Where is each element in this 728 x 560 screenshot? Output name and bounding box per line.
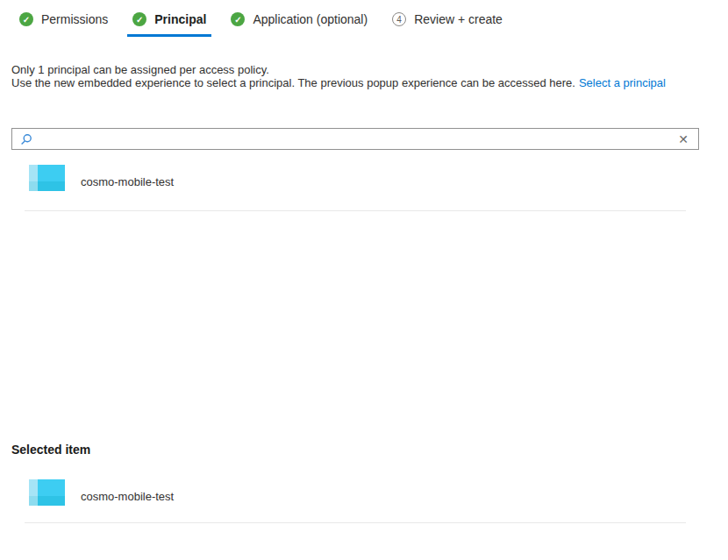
- info-line-1: Only 1 principal can be assigned per acc…: [11, 63, 710, 76]
- tab-review-create[interactable]: 4 Review + create: [387, 10, 508, 37]
- principal-search-box: ✕: [11, 128, 699, 150]
- selected-divider: [25, 522, 686, 523]
- result-row-cosmo-mobile-test[interactable]: cosmo-mobile-test: [29, 165, 174, 199]
- tab-application-optional[interactable]: ✓ Application (optional): [225, 10, 373, 37]
- info-line-2-text: Use the new embedded experience to selec…: [11, 76, 575, 89]
- check-icon: ✓: [231, 12, 245, 26]
- select-a-principal-link[interactable]: Select a principal: [579, 76, 666, 89]
- tab-label: Application (optional): [253, 12, 368, 26]
- selected-row-cosmo-mobile-test: cosmo-mobile-test: [29, 479, 174, 514]
- clear-search-icon[interactable]: ✕: [676, 133, 690, 145]
- tab-label: Review + create: [414, 12, 503, 26]
- search-input[interactable]: [39, 132, 670, 145]
- step-number-icon: 4: [392, 12, 406, 26]
- selected-name: cosmo-mobile-test: [81, 490, 174, 503]
- check-icon: ✓: [19, 12, 33, 26]
- tab-label: Permissions: [41, 12, 108, 26]
- check-icon: ✓: [132, 12, 146, 26]
- tab-principal[interactable]: ✓ Principal: [127, 10, 211, 37]
- results-divider: [25, 210, 686, 211]
- enterprise-application-icon: [29, 165, 65, 199]
- wizard-tab-strip: ✓ Permissions ✓ Principal ✓ Application …: [14, 10, 508, 37]
- info-line-2: Use the new embedded experience to selec…: [11, 76, 710, 89]
- result-name: cosmo-mobile-test: [81, 175, 174, 188]
- tab-permissions[interactable]: ✓ Permissions: [14, 10, 113, 37]
- search-icon: [20, 133, 32, 145]
- enterprise-application-icon: [29, 479, 65, 514]
- selected-item-heading: Selected item: [11, 443, 90, 457]
- tab-label: Principal: [154, 12, 206, 26]
- principal-info-text: Only 1 principal can be assigned per acc…: [11, 63, 710, 89]
